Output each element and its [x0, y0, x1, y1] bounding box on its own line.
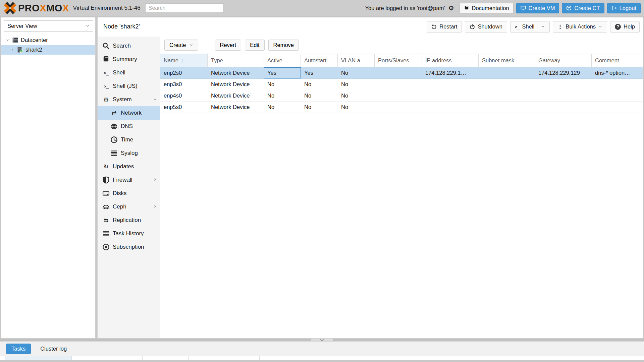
cell-enp5s0-vlan[interactable]: No [338, 102, 375, 113]
cell-enp4s0-comment[interactable] [592, 90, 643, 101]
cell-enp4s0-name[interactable]: enp4s0 [160, 90, 208, 101]
cell-enp4s0-ip[interactable] [422, 90, 479, 101]
cell-enp3s0-comment[interactable] [592, 79, 643, 90]
cell-enp4s0-subnet[interactable] [479, 90, 535, 101]
cell-enp5s0-subnet[interactable] [479, 102, 535, 113]
documentation-button[interactable]: Documentation [460, 3, 514, 13]
cell-enp3s0-type[interactable]: Network Device [208, 79, 264, 90]
cell-enp5s0-ip[interactable] [422, 102, 479, 113]
cell-enp4s0-vlan[interactable]: No [338, 90, 375, 101]
node-header: Node 'shark2' Restart Shutdown >_ Shell … [98, 17, 643, 36]
cell-enp5s0-autostart[interactable]: No [301, 102, 338, 113]
cell-enp2s0-gateway[interactable]: 174.128.229.129 [535, 67, 592, 78]
create-button[interactable]: Create [164, 40, 198, 51]
cell-enp5s0-gateway[interactable] [535, 102, 592, 113]
cell-enp4s0-active[interactable]: No [264, 90, 301, 101]
column-header-vlan[interactable]: VLAN a… [338, 54, 375, 67]
cell-enp3s0-ip[interactable] [422, 79, 479, 90]
view-selector-combo[interactable]: Server View [4, 20, 93, 32]
cell-enp2s0-active[interactable]: Yes [264, 67, 301, 78]
remove-button[interactable]: Remove [268, 40, 299, 51]
menu-item-syslog[interactable]: Syslog [98, 146, 160, 160]
menu-item-time[interactable]: Time [98, 133, 160, 146]
shutdown-button[interactable]: Shutdown [465, 21, 507, 33]
menu-item-updates[interactable]: ↻Updates [98, 160, 160, 173]
cell-enp2s0-comment[interactable]: dns-* option… [592, 67, 643, 78]
menu-item-shell-js[interactable]: >_Shell (JS) [98, 79, 160, 93]
tree-item-shark2[interactable]: shark2 [1, 45, 95, 55]
menu-item-summary[interactable]: Summary [98, 53, 160, 66]
menu-item-ceph[interactable]: Ceph [98, 200, 160, 214]
menu-item-task-history[interactable]: Task History [98, 227, 160, 240]
cell-enp3s0-autostart[interactable]: No [301, 79, 338, 90]
tasks-grid-header-strip [0, 356, 644, 360]
table-row-enp4s0[interactable]: enp4s0Network DeviceNoNoNo [160, 90, 643, 102]
cell-enp2s0-name[interactable]: enp2s0 [160, 67, 208, 78]
cell-enp3s0-name[interactable]: enp3s0 [160, 79, 208, 90]
cell-enp4s0-ports[interactable] [375, 90, 422, 101]
cell-enp5s0-active[interactable]: No [264, 102, 301, 113]
cluster-log-tab[interactable]: Cluster log [40, 346, 67, 352]
column-header-ports[interactable]: Ports/Slaves [375, 54, 422, 67]
column-header-ip[interactable]: IP address [422, 54, 479, 67]
column-header-type[interactable]: Type [208, 54, 264, 67]
shell-button[interactable]: >_ Shell [510, 21, 550, 33]
cell-enp5s0-ports[interactable] [375, 102, 422, 113]
menu-item-dns[interactable]: DNS [98, 120, 160, 133]
menu-item-subscription[interactable]: Subscription [98, 240, 160, 254]
column-header-subnet[interactable]: Subnet mask [479, 54, 535, 67]
menu-item-firewall[interactable]: Firewall [98, 173, 160, 187]
cell-enp3s0-ports[interactable] [375, 79, 422, 90]
menu-item-network[interactable]: ⇄Network [98, 106, 160, 120]
settings-gear-icon[interactable]: ⚙ [448, 5, 454, 11]
status-bar: Tasks Cluster log [0, 341, 644, 356]
menu-item-search[interactable]: Search [98, 39, 160, 53]
cell-enp2s0-ip[interactable]: 174.128.229.1… [422, 67, 479, 78]
column-header-active[interactable]: Active [264, 54, 301, 67]
table-row-enp5s0[interactable]: enp5s0Network DeviceNoNoNo [160, 102, 643, 113]
edit-button[interactable]: Edit [245, 40, 264, 51]
cell-enp2s0-subnet[interactable] [479, 67, 535, 78]
cell-enp2s0-autostart[interactable]: Yes [301, 67, 338, 78]
create-ct-button[interactable]: Create CT [562, 3, 604, 13]
chevron-down-icon[interactable] [5, 38, 10, 42]
logout-button[interactable]: Logout [607, 3, 641, 13]
column-header-name[interactable]: Name↑ [160, 54, 208, 67]
cell-enp5s0-type[interactable]: Network Device [208, 102, 264, 113]
cell-enp2s0-type[interactable]: Network Device [208, 67, 264, 78]
cell-enp3s0-active[interactable]: No [264, 79, 301, 90]
tree-item-datacenter[interactable]: Datacenter [1, 35, 95, 45]
create-vm-button[interactable]: Create VM [516, 3, 559, 13]
tasks-tab-button[interactable]: Tasks [6, 344, 31, 354]
help-button[interactable]: ? Help [610, 21, 640, 33]
revert-button[interactable]: Revert [215, 40, 241, 51]
menu-item-system[interactable]: ⚙System [98, 93, 160, 106]
cell-enp2s0-ports[interactable] [375, 67, 422, 78]
column-header-label: Autostart [304, 57, 326, 64]
column-header-comment[interactable]: Comment [592, 54, 643, 67]
cell-enp4s0-gateway[interactable] [535, 90, 592, 101]
revert-label: Revert [220, 42, 236, 48]
column-header-label: Ports/Slaves [378, 57, 409, 64]
table-row-enp2s0[interactable]: enp2s0Network DeviceYesYesNo174.128.229.… [160, 67, 643, 79]
cell-enp4s0-autostart[interactable]: No [301, 90, 338, 101]
log-panel-collapse-handle[interactable] [311, 339, 333, 341]
cell-enp3s0-subnet[interactable] [479, 79, 535, 90]
cell-enp5s0-name[interactable]: enp5s0 [160, 102, 208, 113]
cell-enp2s0-vlan[interactable]: No [338, 67, 375, 78]
cell-enp3s0-gateway[interactable] [535, 79, 592, 90]
column-header-gateway[interactable]: Gateway [535, 54, 592, 67]
chevron-right-icon[interactable] [10, 48, 14, 52]
menu-item-shell[interactable]: >_Shell [98, 66, 160, 79]
header-search-input[interactable] [145, 3, 224, 13]
column-header-autostart[interactable]: Autostart [301, 54, 338, 67]
menu-item-replication[interactable]: ⇆Replication [98, 214, 160, 227]
restart-button[interactable]: Restart [427, 21, 462, 33]
table-row-enp3s0[interactable]: enp3s0Network DeviceNoNoNo [160, 79, 643, 90]
cell-enp3s0-vlan[interactable]: No [338, 79, 375, 90]
menu-item-disks[interactable]: Disks [98, 187, 160, 200]
chevron-down-icon[interactable] [541, 23, 545, 30]
cell-enp5s0-comment[interactable] [592, 102, 643, 113]
cell-enp4s0-type[interactable]: Network Device [208, 90, 264, 101]
bulk-actions-button[interactable]: Bulk Actions [553, 21, 607, 33]
